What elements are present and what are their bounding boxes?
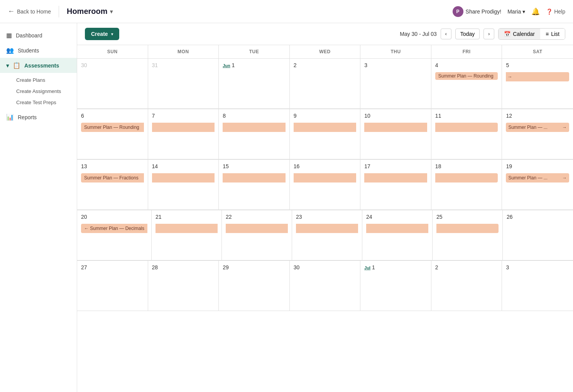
calendar-cell-may31[interactable]: 31 — [148, 59, 219, 109]
calendar-cell-jun29[interactable]: 29 — [219, 261, 290, 311]
back-to-home-button[interactable]: ← Back to Home — [8, 7, 51, 15]
toolbar: Create ▾ May 30 - Jul 03 ‹ Today › 📅 Cal… — [77, 23, 573, 45]
calendar-cell-jun6[interactable]: 6 Summer Plan — Rounding — [77, 109, 148, 159]
event-decimals-w4-mid3 — [296, 224, 358, 233]
header: ← Back to Home Homeroom ▾ P Share Prodig… — [0, 0, 573, 23]
sidebar-item-students[interactable]: 👥 Students — [0, 43, 77, 58]
calendar-cell-jun7[interactable]: 7 — [148, 109, 219, 159]
calendar-week-4: 20 ← Summer Plan — Decimals 21 22 23 — [77, 210, 573, 261]
calendar-cell-jul2[interactable]: 2 — [431, 261, 502, 311]
header-left: ← Back to Home Homeroom ▾ — [8, 6, 113, 17]
next-period-button[interactable]: › — [483, 29, 494, 39]
calendar-cell-jun26[interactable]: 26 — [503, 210, 573, 260]
day-header-wed: WED — [290, 45, 361, 58]
event-decimals-w4-start[interactable]: ← Summer Plan — Decimals — [81, 224, 147, 233]
event-rounding-w2-start[interactable]: Summer Plan — Rounding — [81, 123, 144, 132]
event-fractions-w3-sat[interactable]: Summer Plan — ...→ — [506, 173, 569, 182]
help-button[interactable]: ❓ Help — [546, 8, 565, 15]
dashboard-label: Dashboard — [16, 32, 42, 39]
calendar-cell-jun25[interactable]: 25 — [433, 210, 503, 260]
calendar-cell-jun9[interactable]: 9 — [290, 109, 361, 159]
calendar-cell-jun23[interactable]: 23 — [292, 210, 362, 260]
students-label: Students — [18, 47, 39, 54]
calendar-cell-jun10[interactable]: 10 — [360, 109, 431, 159]
date-range-label: May 30 - Jul 03 — [400, 31, 437, 37]
prev-period-button[interactable]: ‹ — [441, 29, 451, 39]
calendar-view-button[interactable]: 📅 Calendar — [499, 29, 540, 39]
sidebar-item-dashboard[interactable]: ▦ Dashboard — [0, 28, 77, 43]
calendar-cell-jun11[interactable]: 11 — [431, 109, 502, 159]
calendar-cell-jun21[interactable]: 21 — [152, 210, 222, 260]
calendar-cell-jun8[interactable]: 8 — [219, 109, 290, 159]
calendar-cell-jun3[interactable]: 3 — [360, 59, 431, 109]
user-menu-button[interactable]: Maria ▾ — [507, 8, 525, 15]
sidebar-item-assessments[interactable]: ▾ 📋 Assessments — [0, 58, 77, 73]
calendar-cell-jun30[interactable]: 30 — [290, 261, 361, 311]
assessments-icon: 📋 — [13, 62, 20, 69]
event-fractions-w3-mid1 — [152, 173, 215, 182]
event-fractions-w3-end — [435, 173, 498, 182]
day-header-mon: MON — [148, 45, 219, 58]
event-rounding-w2-mid3 — [294, 123, 357, 132]
calendar-cell-jun19[interactable]: 19 Summer Plan — ...→ — [502, 160, 573, 210]
calendar-cell-jun13[interactable]: 13 Summer Plan — Fractions — [77, 160, 148, 210]
event-rounding-w2-sat[interactable]: Summer Plan — ...→ — [506, 123, 569, 132]
divider — [59, 6, 59, 17]
title-dropdown-arrow[interactable]: ▾ — [110, 8, 113, 15]
back-label: Back to Home — [17, 8, 51, 15]
create-assignments-label: Create Assignments — [16, 88, 61, 94]
share-prodigy-button[interactable]: P Share Prodigy! — [453, 6, 502, 17]
list-icon: ≡ — [546, 31, 549, 37]
event-rounding-w2-end — [435, 123, 498, 132]
notification-bell-icon[interactable]: 🔔 — [531, 7, 540, 16]
calendar-cell-jul1[interactable]: Jul 1 — [360, 261, 431, 311]
calendar-cell-jun17[interactable]: 17 — [360, 160, 431, 210]
calendar-cell-jun15[interactable]: 15 — [219, 160, 290, 210]
prodigy-icon: P — [453, 6, 463, 17]
create-plans-label: Create Plans — [16, 77, 45, 83]
calendar-cell-jun24[interactable]: 24 — [362, 210, 433, 260]
calendar-cell-jun16[interactable]: 16 — [290, 160, 361, 210]
calendar-cell-jun22[interactable]: 22 — [222, 210, 292, 260]
create-test-preps-label: Create Test Preps — [16, 100, 56, 105]
calendar-cell-may30[interactable]: 30 — [77, 59, 148, 109]
list-view-button[interactable]: ≡ List — [540, 29, 565, 39]
assessments-collapse-arrow: ▾ — [6, 63, 9, 69]
calendar-cell-jun14[interactable]: 14 — [148, 160, 219, 210]
calendar-day-headers: SUN MON TUE WED THU FRI SAT — [77, 45, 573, 59]
calendar: SUN MON TUE WED THU FRI SAT 30 31 Jun 1 … — [77, 45, 573, 392]
help-label: Help — [554, 8, 565, 15]
event-fractions-w3-start[interactable]: Summer Plan — Fractions — [81, 173, 144, 182]
sidebar-item-reports[interactable]: 📊 Reports — [0, 110, 77, 125]
calendar-cell-jun2[interactable]: 2 — [290, 59, 361, 109]
create-button[interactable]: Create ▾ — [85, 28, 119, 40]
event-decimals-w4-mid4 — [366, 224, 428, 233]
calendar-week-2: 6 Summer Plan — Rounding 7 8 9 10 — [77, 109, 573, 160]
calendar-cell-jun4[interactable]: 4 Summer Plan — Rounding — [431, 59, 502, 109]
calendar-cell-jun27[interactable]: 27 — [77, 261, 148, 311]
event-bar-rounding-w1[interactable]: Summer Plan — Rounding — [435, 72, 498, 80]
calendar-cell-jun20[interactable]: 20 ← Summer Plan — Decimals — [77, 210, 152, 260]
calendar-week-5: 27 28 29 30 Jul 1 2 3 — [77, 261, 573, 311]
calendar-label: Calendar — [513, 31, 535, 37]
view-toggle: 📅 Calendar ≡ List — [498, 28, 565, 40]
calendar-cell-jun5[interactable]: 5 → — [502, 59, 573, 109]
sidebar-item-create-test-preps[interactable]: Create Test Preps — [0, 97, 77, 108]
day-header-thu: THU — [360, 45, 431, 58]
user-name: Maria — [507, 8, 521, 15]
calendar-cell-jun1[interactable]: Jun 1 — [219, 59, 290, 109]
today-button[interactable]: Today — [455, 29, 480, 39]
sidebar-item-create-assignments[interactable]: Create Assignments — [0, 86, 77, 97]
calendar-cell-jun28[interactable]: 28 — [148, 261, 219, 311]
assessments-submenu: Create Plans Create Assignments Create T… — [0, 73, 77, 110]
event-decimals-w4-mid2 — [226, 224, 288, 233]
dashboard-icon: ▦ — [6, 32, 12, 39]
help-circle-icon: ❓ — [546, 8, 553, 15]
calendar-cell-jul3[interactable]: 3 — [502, 261, 573, 311]
event-rounding-w2-mid2 — [223, 123, 286, 132]
toolbar-right: May 30 - Jul 03 ‹ Today › 📅 Calendar ≡ L… — [400, 28, 565, 40]
sidebar-item-create-plans[interactable]: Create Plans — [0, 74, 77, 86]
calendar-cell-jun18[interactable]: 18 — [431, 160, 502, 210]
students-icon: 👥 — [6, 47, 14, 54]
calendar-cell-jun12[interactable]: 12 Summer Plan — ...→ — [502, 109, 573, 159]
